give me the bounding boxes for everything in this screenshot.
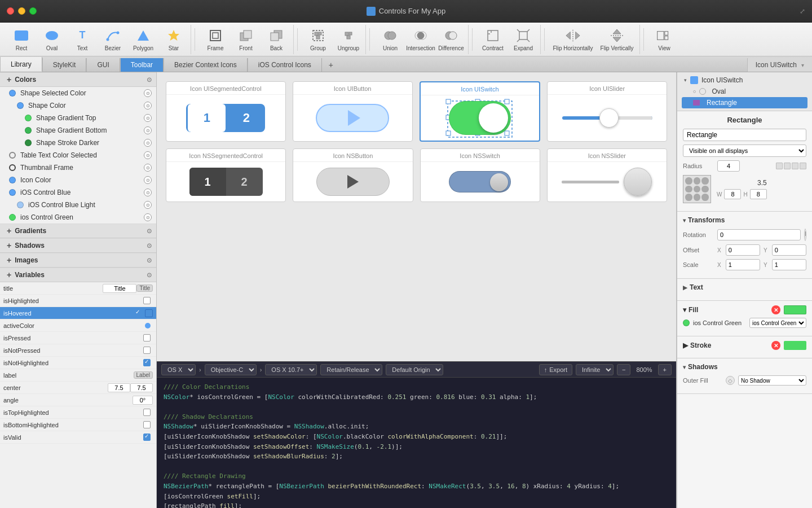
offset-y-input[interactable] <box>772 244 806 256</box>
color-item-ios-blue[interactable]: iOS Control Blue ⊙ <box>0 186 156 199</box>
color-item-shape-stroke-darker[interactable]: Shape Stroke Darker ⊙ <box>0 137 156 149</box>
front-tool[interactable]: Front <box>231 25 261 54</box>
star-tool[interactable]: Star <box>159 25 188 54</box>
tab-ios-icons[interactable]: iOS Control Icons <box>248 58 322 72</box>
var-input-title[interactable] <box>103 284 136 293</box>
tab-stylekit[interactable]: StyleKit <box>42 58 87 72</box>
color-options-ios-blue[interactable]: ⊙ <box>144 189 152 196</box>
inspector-visible-select[interactable]: Visible on all displays <box>683 144 806 157</box>
width-input[interactable] <box>724 189 741 199</box>
color-options-icon-color[interactable]: ⊙ <box>144 176 152 184</box>
bezier-tool[interactable]: Bezier <box>98 25 127 54</box>
colors-add-icon[interactable]: + <box>7 75 11 84</box>
tab-add-button[interactable]: + <box>322 58 340 72</box>
var-checkbox-istophighlighted[interactable] <box>143 409 151 416</box>
code-memory-select[interactable]: Retain/Release <box>320 364 382 375</box>
close-button[interactable] <box>7 7 14 15</box>
canvas-nsbutton[interactable]: Icon NSButton <box>293 148 413 202</box>
browser-item-icon-uiswitch[interactable]: ▾ Icon UISwitch <box>682 75 807 86</box>
text-tool[interactable]: T Text <box>68 25 97 54</box>
polygon-tool[interactable]: Polygon <box>129 25 158 54</box>
transforms-header[interactable]: ▾ Transforms <box>683 216 806 224</box>
rotation-input[interactable] <box>717 229 801 240</box>
shadows-expand-icon[interactable]: ⊙ <box>147 242 152 249</box>
color-options-shape-color[interactable]: ⊙ <box>144 102 152 110</box>
var-checkbox-isbottomhighlighted[interactable] <box>143 421 151 428</box>
fill-swatch[interactable] <box>784 305 806 314</box>
code-lang-select[interactable]: OS X <box>161 364 196 375</box>
color-options-gradient-bottom[interactable]: ⊙ <box>144 126 152 134</box>
union-tool[interactable]: Union <box>376 25 405 54</box>
gradients-add-icon[interactable]: + <box>7 226 11 235</box>
color-options-ios-green[interactable]: ⊙ <box>144 213 152 221</box>
view-tool[interactable]: View <box>650 25 679 54</box>
shadows-section-header[interactable]: + Shadows ⊙ <box>0 238 156 253</box>
tab-bezier-context[interactable]: Bezier Context Icons <box>164 58 248 72</box>
contract-tool[interactable]: Contract <box>478 25 508 54</box>
shadows-insp-header[interactable]: ▾ Shadows <box>683 363 806 371</box>
variables-expand-icon[interactable]: ⊙ <box>147 271 152 279</box>
fill-toggle[interactable]: ✕ <box>771 305 780 314</box>
rect-tool[interactable]: Rect <box>7 25 36 54</box>
inspector-name-input[interactable] <box>683 129 806 141</box>
color-item-ios-green[interactable]: ios Control Green ⊙ <box>0 211 156 224</box>
back-tool[interactable]: Back <box>262 25 291 54</box>
code-infinite-select[interactable]: Infinite <box>576 364 614 375</box>
color-options-shape-selected[interactable]: ⊙ <box>144 89 152 97</box>
color-item-icon-color[interactable]: Icon Color ⊙ <box>0 174 156 186</box>
corner-tl[interactable] <box>776 163 783 169</box>
radius-input[interactable] <box>717 160 740 172</box>
zoom-minus-button[interactable]: − <box>617 364 630 375</box>
outer-fill-select[interactable]: No Shadow <box>738 375 806 386</box>
intersection-tool[interactable]: Intersection <box>406 25 435 54</box>
corner-tr[interactable] <box>784 163 791 169</box>
maximize-button[interactable] <box>29 7 37 15</box>
color-item-shape-color[interactable]: Shape Color ⊙ <box>0 99 156 112</box>
canvas-uislider[interactable]: Icon UISlider <box>547 81 667 142</box>
variables-add-icon[interactable]: + <box>7 270 11 279</box>
scale-x-input[interactable] <box>726 259 760 270</box>
colors-section-header[interactable]: + Colors ⊙ <box>0 72 156 87</box>
canvas-uiswitch[interactable]: Icon UISwitch <box>420 81 541 142</box>
minimize-button[interactable] <box>18 7 25 15</box>
canvas-nssegmented[interactable]: Icon NSSegmentedControl 1 2 <box>166 148 286 202</box>
color-options-gradient-top[interactable]: ⊙ <box>144 114 152 122</box>
images-add-icon[interactable]: + <box>7 256 11 265</box>
flip-h-tool[interactable]: Flip Horizontally <box>550 25 595 54</box>
var-checkbox-ispressed[interactable] <box>143 334 151 341</box>
variables-section-header[interactable]: + Variables ⊙ <box>0 268 156 282</box>
zoom-plus-button[interactable]: + <box>658 364 672 375</box>
colors-expand-icon[interactable]: ⊙ <box>147 76 152 84</box>
ungroup-tool[interactable]: Ungroup <box>334 25 363 54</box>
var-input-center-y[interactable] <box>130 383 153 392</box>
gradients-expand-icon[interactable]: ⊙ <box>147 227 152 235</box>
oval-tool[interactable]: Oval <box>37 25 67 54</box>
color-options-thumbnail-frame[interactable]: ⊙ <box>144 164 152 172</box>
fill-color-select[interactable]: ios Control Green <box>749 318 806 328</box>
images-expand-icon[interactable]: ⊙ <box>147 257 152 264</box>
stroke-swatch[interactable] <box>784 341 806 350</box>
color-item-shape-gradient-top[interactable]: Shape Gradient Top ⊙ <box>0 112 156 124</box>
scale-y-input[interactable] <box>772 259 806 270</box>
stroke-toggle[interactable]: ✕ <box>771 341 780 350</box>
code-version-select[interactable]: OS X 10.7+ <box>265 364 317 375</box>
var-row-ishovered[interactable]: isHovered <box>0 307 156 319</box>
offset-x-input[interactable] <box>726 244 760 256</box>
height-input[interactable] <box>750 189 767 199</box>
text-section-header[interactable]: ▶ Text <box>683 283 806 291</box>
var-input-angle[interactable] <box>133 396 153 405</box>
browser-item-oval[interactable]: ○ Oval <box>682 86 807 97</box>
color-item-shape-gradient-bottom[interactable]: Shape Gradient Bottom ⊙ <box>0 124 156 137</box>
expand-icon[interactable]: ⤢ <box>800 7 805 15</box>
var-input-center-x[interactable] <box>108 383 130 392</box>
canvas-uibutton[interactable]: Icon UIButton <box>293 81 413 142</box>
color-item-shape-selected[interactable]: Shape Selected Color ⊙ <box>0 87 156 99</box>
canvas-nsslider[interactable]: Icon NSSlider <box>547 148 667 202</box>
inspector-title-tab[interactable]: Icon UISwitch ▾ <box>747 58 812 72</box>
color-options-stroke-darker[interactable]: ⊙ <box>144 139 152 147</box>
tab-library[interactable]: Library <box>0 57 42 72</box>
color-item-thumbnail-frame[interactable]: Thumbnail Frame ⊙ <box>0 161 156 174</box>
rotation-dial[interactable] <box>804 229 806 241</box>
flip-v-tool[interactable]: Flip Vertically <box>597 25 637 54</box>
var-swatch-activecolor[interactable] <box>145 323 151 329</box>
